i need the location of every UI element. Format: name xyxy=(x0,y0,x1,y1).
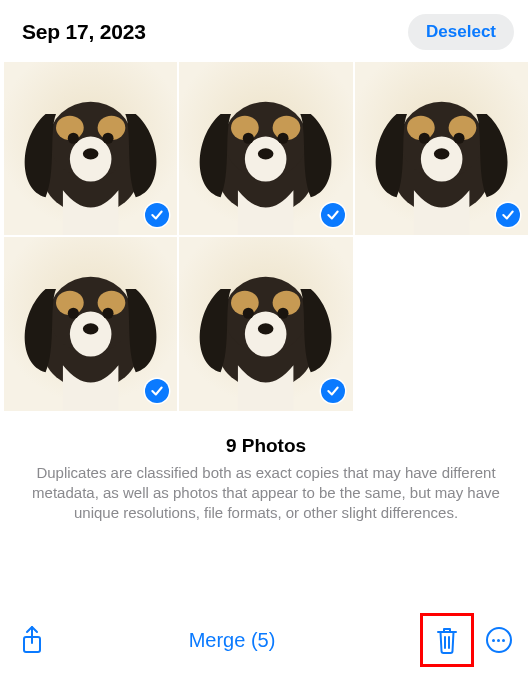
svg-point-23 xyxy=(434,148,450,159)
header: Sep 17, 2023 Deselect xyxy=(0,0,532,62)
selected-check-icon xyxy=(321,203,345,227)
svg-point-38 xyxy=(278,308,289,319)
trash-icon xyxy=(435,626,459,654)
svg-point-29 xyxy=(68,308,79,319)
share-icon xyxy=(20,625,44,655)
svg-point-6 xyxy=(102,133,113,144)
more-icon xyxy=(486,627,512,653)
svg-point-7 xyxy=(83,148,99,159)
photo-thumbnail[interactable] xyxy=(4,237,177,410)
svg-point-21 xyxy=(418,133,429,144)
photo-thumbnail[interactable] xyxy=(4,62,177,235)
photo-thumbnail[interactable] xyxy=(179,62,352,235)
photo-thumbnail[interactable] xyxy=(355,62,528,235)
svg-point-5 xyxy=(68,133,79,144)
trash-highlight-annotation xyxy=(420,613,474,667)
delete-button[interactable] xyxy=(435,626,459,654)
selected-check-icon xyxy=(321,379,345,403)
svg-point-22 xyxy=(453,133,464,144)
bottom-toolbar: Merge (5) xyxy=(0,606,532,674)
photo-count-heading: 9 Photos xyxy=(0,435,532,457)
more-button[interactable] xyxy=(486,627,512,653)
deselect-button[interactable]: Deselect xyxy=(408,14,514,50)
merge-button[interactable]: Merge (5) xyxy=(183,628,282,653)
photo-thumbnail[interactable] xyxy=(179,237,352,410)
date-title: Sep 17, 2023 xyxy=(22,20,146,44)
svg-point-13 xyxy=(243,133,254,144)
svg-point-31 xyxy=(83,324,99,335)
duplicates-description: Duplicates are classified both as exact … xyxy=(0,457,532,524)
svg-point-15 xyxy=(258,148,274,159)
photo-grid xyxy=(4,62,528,411)
svg-point-37 xyxy=(243,308,254,319)
share-button[interactable] xyxy=(20,625,44,655)
svg-point-14 xyxy=(278,133,289,144)
selected-check-icon xyxy=(145,379,169,403)
svg-point-39 xyxy=(258,324,274,335)
svg-point-30 xyxy=(102,308,113,319)
